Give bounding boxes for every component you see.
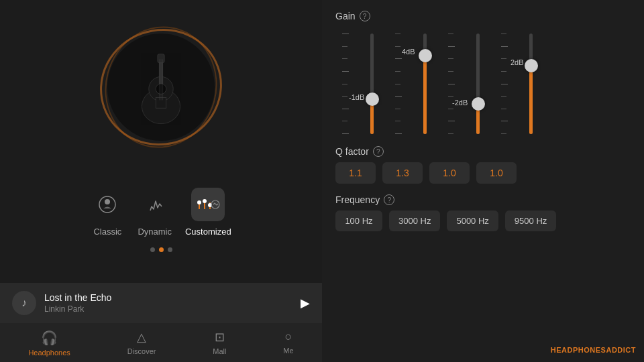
- slider-1-label: -1dB: [349, 93, 364, 101]
- tick: [395, 121, 400, 121]
- tick: [501, 121, 508, 121]
- freq-chip-2[interactable]: 3000 Hz: [389, 210, 440, 231]
- right-panel: Gain ? -1dB: [322, 0, 644, 362]
- tick: [448, 71, 453, 72]
- tick: [395, 71, 400, 72]
- dot-3[interactable]: [168, 247, 172, 252]
- svg-point-19: [211, 200, 219, 208]
- svg-point-17: [203, 199, 207, 203]
- tick: [501, 46, 508, 47]
- tick: [395, 96, 402, 97]
- scale-ticks-3: [448, 34, 455, 134]
- slider-2-label: 4dB: [402, 48, 415, 56]
- slider-1-thumb[interactable]: [366, 93, 379, 106]
- qfactor-chip-1[interactable]: 1.1: [335, 162, 376, 184]
- nav-discover-label: Discover: [127, 347, 156, 355]
- slider-4[interactable]: 2dB: [529, 28, 533, 134]
- tick: [501, 58, 506, 59]
- tick: [448, 121, 455, 121]
- slider-3[interactable]: -2dB: [476, 28, 480, 134]
- tick: [342, 84, 347, 84]
- tick: [448, 109, 453, 109]
- frequency-label: Frequency ?: [335, 194, 631, 205]
- slider-1[interactable]: -1dB: [370, 28, 374, 134]
- slider-4-thumb[interactable]: [525, 59, 538, 72]
- tick: [448, 58, 453, 59]
- tick: [395, 84, 400, 84]
- tick: [342, 58, 347, 59]
- eq-mode-dynamic[interactable]: Dynamic: [138, 188, 172, 237]
- now-playing-bar: ♪ Lost in the Echo Linkin Park ▶: [0, 283, 322, 323]
- qfactor-chip-4[interactable]: 1.0: [476, 162, 517, 184]
- freq-chip-4[interactable]: 9500 Hz: [505, 210, 556, 231]
- dot-1[interactable]: [150, 247, 155, 252]
- watermark-suffix: ADDICT: [606, 346, 636, 354]
- tick: [501, 84, 508, 84]
- album-circle: [107, 34, 215, 141]
- nav-mall-label: Mall: [213, 347, 226, 355]
- tick: [342, 71, 349, 72]
- nav-me[interactable]: ○ Me: [283, 330, 293, 357]
- headphones-icon: 🎧: [41, 330, 58, 346]
- watermark: HEADPHONESADDICT: [551, 346, 636, 354]
- tick: [501, 109, 506, 109]
- qfactor-section: Q factor ? 1.1 1.3 1.0 1.0: [335, 146, 631, 184]
- discover-icon: △: [137, 330, 146, 345]
- customized-icon-bg: [191, 188, 225, 221]
- customized-label: Customized: [185, 227, 231, 237]
- nav-headphones[interactable]: 🎧 Headphones: [28, 330, 70, 357]
- nav-me-label: Me: [283, 347, 293, 355]
- freq-chip-1[interactable]: 100 Hz: [335, 210, 382, 231]
- dynamic-label: Dynamic: [138, 227, 172, 237]
- frequency-help-icon[interactable]: ?: [384, 194, 394, 205]
- bottom-nav: 🎧 Headphones △ Discover ⊡ Mall ○ Me: [0, 323, 322, 362]
- dot-2[interactable]: [159, 247, 164, 252]
- tick: [395, 109, 400, 109]
- frequency-section: Frequency ? 100 Hz 3000 Hz 5000 Hz 9500 …: [335, 194, 631, 231]
- gain-label: Gain ?: [335, 11, 631, 21]
- tick: [448, 34, 453, 34]
- classic-label: Classic: [93, 227, 121, 237]
- tick: [448, 84, 455, 84]
- freq-chip-3[interactable]: 5000 Hz: [447, 210, 498, 231]
- tick: [501, 34, 506, 34]
- tick: [448, 46, 455, 47]
- eq-mode-classic[interactable]: Classic: [91, 188, 124, 237]
- gain-section: Gain ? -1dB: [335, 11, 631, 135]
- slider-3-thumb[interactable]: [472, 97, 485, 111]
- slider-3-label: -2dB: [452, 99, 468, 107]
- slider-2-thumb[interactable]: [419, 49, 432, 62]
- tick: [395, 133, 402, 134]
- gain-help-icon[interactable]: ?: [360, 11, 370, 21]
- qfactor-chip-3[interactable]: 1.0: [429, 162, 470, 184]
- scale-ticks: [342, 34, 349, 134]
- nav-mall[interactable]: ⊡ Mall: [213, 330, 226, 357]
- qfactor-help-icon[interactable]: ?: [373, 146, 384, 157]
- play-button[interactable]: ▶: [301, 296, 310, 310]
- tick: [342, 133, 349, 134]
- qfactor-label: Q factor ?: [335, 146, 631, 157]
- frequency-values: 100 Hz 3000 Hz 5000 Hz 9500 Hz: [335, 210, 631, 231]
- tick: [395, 46, 400, 47]
- classic-icon: [91, 188, 124, 221]
- slider-4-fill: [529, 66, 533, 134]
- tick: [342, 109, 349, 109]
- eq-modes: Classic Dynamic: [91, 188, 231, 237]
- left-panel: Classic Dynamic: [0, 0, 322, 362]
- tick: [395, 58, 402, 59]
- tick: [342, 121, 347, 121]
- me-icon: ○: [284, 330, 292, 344]
- nav-discover[interactable]: △ Discover: [127, 330, 156, 357]
- slider-4-label: 2dB: [511, 58, 524, 66]
- track-artist: Linkin Park: [44, 304, 301, 314]
- nav-headphones-label: Headphones: [28, 349, 70, 357]
- svg-point-16: [197, 200, 201, 204]
- qfactor-chip-2[interactable]: 1.3: [382, 162, 423, 184]
- sliders-container: -1dB 4dB: [335, 21, 631, 135]
- tick: [501, 96, 506, 97]
- tick: [501, 71, 506, 72]
- slider-2[interactable]: 4dB: [423, 28, 427, 134]
- tick: [342, 46, 347, 47]
- tick: [342, 34, 349, 34]
- eq-mode-customized[interactable]: Customized: [185, 188, 231, 237]
